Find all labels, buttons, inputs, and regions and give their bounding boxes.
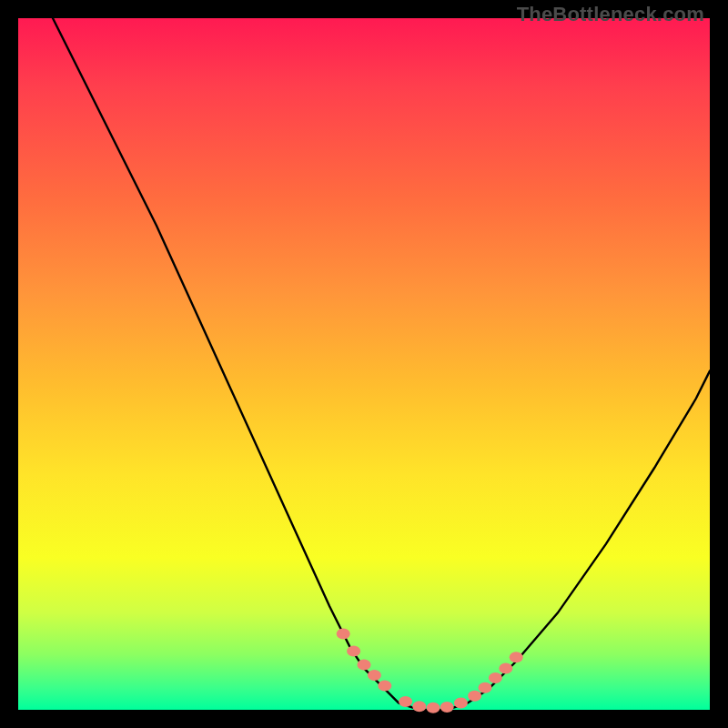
highlight-dot	[479, 682, 492, 693]
highlight-dot	[378, 680, 391, 691]
highlight-dot	[399, 696, 412, 707]
highlight-dot	[358, 660, 371, 671]
highlight-dot	[412, 701, 426, 712]
highlight-dot	[440, 702, 454, 713]
watermark-text: TheBottleneck.com	[517, 3, 704, 26]
highlight-dot	[510, 652, 523, 662]
highlight-dot	[347, 645, 360, 656]
chart-frame	[18, 18, 710, 710]
chart-svg	[18, 18, 710, 710]
highlight-dot	[499, 662, 512, 673]
highlight-dot	[368, 670, 381, 681]
highlight-dot	[489, 672, 502, 683]
highlight-dot	[337, 628, 350, 639]
plot-area	[18, 18, 710, 710]
highlight-dots	[337, 628, 523, 713]
highlight-dot	[468, 691, 481, 702]
highlight-dot	[454, 697, 468, 708]
bottleneck-curve	[53, 18, 710, 710]
highlight-dot	[427, 703, 440, 713]
